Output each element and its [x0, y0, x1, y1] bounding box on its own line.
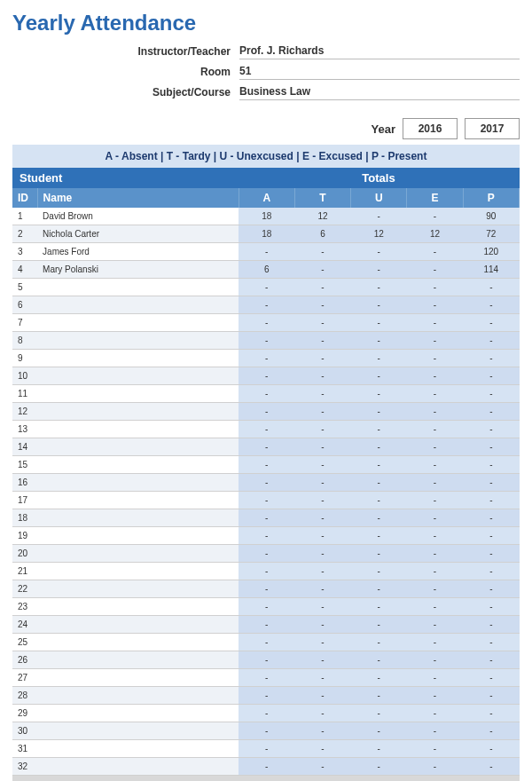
cell-name[interactable] — [37, 705, 239, 722]
cell-e: - — [407, 296, 463, 314]
cell-name[interactable] — [37, 580, 239, 598]
col-u[interactable]: U — [351, 188, 407, 208]
cell-name[interactable] — [37, 634, 239, 651]
cell-name[interactable] — [37, 598, 239, 616]
table-row[interactable]: 7----- — [12, 314, 520, 332]
cell-id: 22 — [12, 580, 37, 598]
table-row[interactable]: 15----- — [12, 456, 520, 474]
col-e[interactable]: E — [407, 188, 463, 208]
cell-p: - — [463, 421, 519, 438]
table-row[interactable]: 9----- — [12, 350, 520, 367]
table-row[interactable]: 23----- — [12, 598, 520, 616]
cell-u: - — [351, 208, 407, 225]
insert-hint-row[interactable]: Insert a new row above this line. — [12, 776, 520, 782]
cell-a: - — [239, 438, 294, 456]
table-row[interactable]: 31----- — [12, 740, 520, 758]
table-row[interactable]: 24----- — [12, 616, 520, 634]
cell-name[interactable] — [37, 296, 239, 314]
table-row[interactable]: 8----- — [12, 332, 520, 350]
cell-name[interactable]: Mary Polanski — [37, 261, 239, 279]
table-row[interactable]: 14----- — [12, 438, 520, 456]
cell-name[interactable] — [37, 438, 239, 456]
table-row[interactable]: 17----- — [12, 492, 520, 509]
cell-t: - — [294, 332, 350, 350]
table-row[interactable]: 2Nichola Carter186121272 — [12, 225, 520, 243]
cell-t: - — [294, 509, 350, 527]
col-a[interactable]: A — [239, 188, 294, 208]
cell-u: - — [351, 367, 407, 385]
cell-name[interactable] — [37, 385, 239, 403]
cell-p: 114 — [463, 261, 519, 279]
cell-name[interactable] — [37, 722, 239, 740]
cell-name[interactable] — [37, 545, 239, 563]
table-row[interactable]: 20----- — [12, 545, 520, 563]
cell-name[interactable] — [37, 651, 239, 669]
table-row[interactable]: 27----- — [12, 669, 520, 687]
cell-name[interactable] — [37, 758, 239, 776]
year-option-2017[interactable]: 2017 — [465, 118, 520, 139]
cell-name[interactable] — [37, 669, 239, 687]
cell-name[interactable] — [37, 403, 239, 421]
table-row[interactable]: 5----- — [12, 279, 520, 296]
cell-name[interactable] — [37, 527, 239, 545]
table-row[interactable]: 28----- — [12, 687, 520, 705]
table-row[interactable]: 4Mary Polanski6---114 — [12, 261, 520, 279]
cell-name[interactable] — [37, 563, 239, 580]
cell-name[interactable] — [37, 367, 239, 385]
cell-e: - — [407, 385, 463, 403]
cell-name[interactable] — [37, 456, 239, 474]
cell-name[interactable] — [37, 350, 239, 367]
cell-e: - — [407, 509, 463, 527]
cell-p: - — [463, 634, 519, 651]
table-row[interactable]: 18----- — [12, 509, 520, 527]
table-row[interactable]: 16----- — [12, 474, 520, 492]
cell-name[interactable] — [37, 314, 239, 332]
col-p[interactable]: P — [463, 188, 519, 208]
col-t[interactable]: T — [294, 188, 350, 208]
cell-p: - — [463, 598, 519, 616]
cell-name[interactable] — [37, 279, 239, 296]
table-row[interactable]: 6----- — [12, 296, 520, 314]
cell-p: - — [463, 438, 519, 456]
cell-name[interactable] — [37, 492, 239, 509]
cell-name[interactable] — [37, 509, 239, 527]
cell-id: 31 — [12, 740, 37, 758]
table-row[interactable]: 22----- — [12, 580, 520, 598]
year-option-2016[interactable]: 2016 — [403, 118, 458, 139]
table-row[interactable]: 3James Ford----120 — [12, 243, 520, 261]
table-row[interactable]: 1David Brown1812--90 — [12, 208, 520, 225]
table-row[interactable]: 25----- — [12, 634, 520, 651]
table-row[interactable]: 11----- — [12, 385, 520, 403]
cell-name[interactable] — [37, 740, 239, 758]
cell-t: - — [294, 474, 350, 492]
table-row[interactable]: 21----- — [12, 563, 520, 580]
table-row[interactable]: 30----- — [12, 722, 520, 740]
table-row[interactable]: 12----- — [12, 403, 520, 421]
col-id[interactable]: ID — [12, 188, 37, 208]
cell-u: - — [351, 492, 407, 509]
room-value[interactable]: 51 — [239, 63, 520, 80]
table-row[interactable]: 26----- — [12, 651, 520, 669]
cell-name[interactable] — [37, 421, 239, 438]
cell-name[interactable] — [37, 616, 239, 634]
table-row[interactable]: 10----- — [12, 367, 520, 385]
cell-name[interactable] — [37, 474, 239, 492]
band-student: Student — [12, 168, 238, 188]
table-row[interactable]: 19----- — [12, 527, 520, 545]
table-row[interactable]: 32----- — [12, 758, 520, 776]
cell-name[interactable] — [37, 332, 239, 350]
cell-u: - — [351, 687, 407, 705]
cell-a: 6 — [239, 261, 294, 279]
subject-value[interactable]: Business Law — [239, 83, 520, 100]
cell-t: - — [294, 705, 350, 722]
cell-u: - — [351, 722, 407, 740]
cell-name[interactable] — [37, 687, 239, 705]
cell-name[interactable]: David Brown — [37, 208, 239, 225]
cell-name[interactable]: Nichola Carter — [37, 225, 239, 243]
cell-name[interactable]: James Ford — [37, 243, 239, 261]
instructor-value[interactable]: Prof. J. Richards — [239, 43, 520, 59]
col-name[interactable]: Name — [37, 188, 239, 208]
table-row[interactable]: 29----- — [12, 705, 520, 722]
cell-id: 7 — [12, 314, 37, 332]
table-row[interactable]: 13----- — [12, 421, 520, 438]
